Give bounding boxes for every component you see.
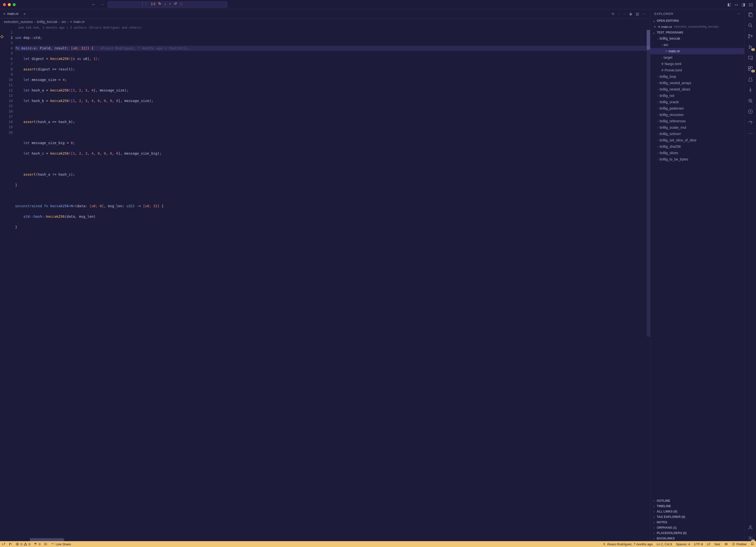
restart-icon[interactable]: ↺: [174, 1, 177, 6]
folder-brillig-sha256[interactable]: ›brillig_sha256: [650, 143, 744, 150]
eol-status[interactable]: LF: [707, 542, 711, 546]
git-blame-status[interactable]: Álvaro Rodríguez, 7 months ago: [603, 542, 653, 546]
folder-brillig-pedersen[interactable]: ›brillig_pedersen: [650, 105, 744, 111]
breadcrumb-part[interactable]: main.nr: [73, 20, 85, 24]
search-icon[interactable]: [747, 22, 753, 28]
toggle-secondary-sidebar-icon[interactable]: ◨: [742, 2, 745, 7]
horizontal-scrollbar[interactable]: [30, 538, 64, 541]
breadcrumb-part[interactable]: brillig_keccak: [37, 20, 57, 24]
toggle-panel-icon[interactable]: ▭: [734, 2, 738, 7]
section-all-links-0-[interactable]: ›ALL LINKS (0): [650, 509, 744, 514]
indentation-status[interactable]: Spaces: 4: [676, 542, 690, 546]
file-nargo-toml[interactable]: ⚙ Nargo.toml: [650, 61, 744, 67]
nav-forward-icon[interactable]: →: [100, 2, 104, 7]
gitlens-prev-icon[interactable]: ○: [618, 12, 620, 16]
run-icon[interactable]: ◉: [629, 12, 632, 16]
folder-brillig-keccak[interactable]: ⌄ brillig_keccak: [650, 35, 744, 42]
folder-brillig-schnorr[interactable]: ›brillig_schnorr: [650, 131, 744, 137]
gitlens-toggle-icon[interactable]: ⟲: [611, 12, 614, 16]
remote-indicator[interactable]: [2, 542, 5, 546]
more-actions-icon[interactable]: ⋯: [643, 12, 646, 16]
folder-brillig-set-slice-of-slice[interactable]: ›brillig_set_slice_of_slice: [650, 137, 744, 143]
section-backlinks[interactable]: ›BACKLINKS: [650, 536, 744, 541]
copilot-status-icon[interactable]: [724, 542, 728, 546]
tab-close-icon[interactable]: ×: [23, 12, 26, 16]
file-main-nr[interactable]: ≡ main.nr: [650, 48, 744, 54]
continue-icon[interactable]: ▷|: [151, 1, 155, 6]
folder-brillig-slices[interactable]: ›brillig_slices: [650, 150, 744, 156]
more-actions-icon[interactable]: ⋯: [737, 12, 741, 16]
folder-brillig-nested-slices[interactable]: ›brillig_nested_slices: [650, 86, 744, 92]
folder-brillig-nested-arrays[interactable]: ›brillig_nested_arrays: [650, 80, 744, 86]
debug-status[interactable]: [44, 542, 47, 546]
folder-brillig-references[interactable]: ›brillig_references: [650, 118, 744, 124]
chevron-right-icon: ›: [652, 515, 655, 518]
more-icon[interactable]: ⋯: [747, 130, 753, 136]
chevron-right-icon: ›: [656, 158, 660, 161]
folder-target[interactable]: › target: [650, 54, 744, 61]
chevron-right-icon: ›: [652, 521, 655, 524]
problems-status[interactable]: 0 0: [16, 542, 30, 546]
breakpoint-gutter[interactable]: [0, 35, 3, 38]
step-out-icon[interactable]: ↑: [169, 2, 171, 6]
gitlens-icon[interactable]: [747, 87, 753, 93]
gitlens-inspect-icon[interactable]: [747, 98, 753, 104]
toggle-primary-sidebar-icon[interactable]: ◧: [727, 2, 731, 7]
source-control-status[interactable]: [9, 542, 12, 546]
drag-handle-icon[interactable]: ⋮⋮: [141, 1, 147, 6]
live-share-icon[interactable]: [747, 119, 753, 125]
breadcrumb[interactable]: execution_success › brillig_keccak › src…: [0, 19, 650, 25]
source-control-icon[interactable]: [747, 33, 753, 39]
folder-brillig-recursion[interactable]: ›brillig_recursion: [650, 111, 744, 118]
code-editor[interactable]: 123456789 1011121314151617181920 use dep…: [0, 30, 650, 541]
tab-main-nr[interactable]: ≡ main.nr ×: [0, 9, 29, 18]
live-share-status[interactable]: Live Share: [51, 542, 71, 546]
section-placeholders-0-[interactable]: ›PLACEHOLDERS (0): [650, 530, 744, 536]
step-over-icon[interactable]: ↻: [158, 1, 161, 6]
breadcrumb-part[interactable]: src: [62, 20, 66, 24]
folder-brillig-oracle[interactable]: ›brillig_oracle: [650, 99, 744, 105]
encoding-status[interactable]: UTF-8: [694, 542, 703, 546]
open-editor-item[interactable]: × ≡ main.nr execution_success/brillig_ke…: [650, 23, 744, 30]
tree-label: brillig_schnorr: [660, 132, 681, 136]
folder-brillig-scalar-mul[interactable]: ›brillig_scalar_mul: [650, 124, 744, 131]
section-tag-explorer-0-[interactable]: ›TAG EXPLORER (0): [650, 514, 744, 520]
folder-src[interactable]: ⌄ src: [650, 42, 744, 48]
run-debug-icon[interactable]: 1: [747, 44, 753, 50]
language-mode[interactable]: Noir: [714, 542, 720, 546]
split-editor-icon[interactable]: ▥: [636, 12, 639, 16]
minimap[interactable]: [647, 30, 650, 337]
thunder-icon[interactable]: [747, 109, 753, 114]
customize-layout-icon[interactable]: ▯▯: [749, 2, 753, 7]
notifications-icon[interactable]: [751, 542, 754, 546]
testing-icon[interactable]: [747, 76, 753, 82]
prettier-status[interactable]: Prettier: [732, 542, 747, 546]
close-icon[interactable]: ×: [653, 25, 657, 29]
gitlens-next-icon[interactable]: ○: [623, 12, 626, 16]
file-prover-toml[interactable]: ⚙ Prover.toml: [650, 67, 744, 73]
settings-icon[interactable]: 1: [747, 535, 753, 541]
folder-brillig-not[interactable]: ›brillig_not: [650, 92, 744, 99]
ports-status[interactable]: 0: [34, 542, 40, 546]
section-timeline[interactable]: ›TIMELINE: [650, 503, 744, 509]
accounts-icon[interactable]: [747, 525, 753, 530]
workspace-root-header[interactable]: ⌄ TEST_PROGRAMS: [650, 30, 744, 35]
extensions-icon[interactable]: 2: [747, 66, 753, 71]
stop-icon[interactable]: □: [180, 2, 182, 6]
explorer-icon[interactable]: [747, 12, 753, 18]
minimize-window-icon[interactable]: [8, 3, 11, 6]
maximize-window-icon[interactable]: [13, 3, 16, 6]
breadcrumb-part[interactable]: execution_success: [4, 20, 33, 24]
section-outline[interactable]: ›OUTLINE: [650, 498, 744, 503]
section-orphans-1-[interactable]: ›ORPHANS (1): [650, 525, 744, 530]
nav-back-icon[interactable]: ←: [91, 2, 96, 7]
close-window-icon[interactable]: [3, 3, 6, 6]
section-notes[interactable]: ›NOTES: [650, 520, 744, 525]
folder-brillig-to-be-bytes[interactable]: ›brillig_to_be_bytes: [650, 156, 744, 162]
code-content[interactable]: use dep::std; fn main(▷x: Field, result:…: [15, 30, 650, 541]
remote-explorer-icon[interactable]: [747, 55, 753, 61]
cursor-position[interactable]: Ln 2, Col 9: [657, 542, 672, 546]
open-editors-header[interactable]: ⌄ OPEN EDITORS: [650, 18, 744, 23]
folder-brillig-loop[interactable]: ›brillig_loop: [650, 73, 744, 80]
step-into-icon[interactable]: ↓: [164, 2, 166, 6]
